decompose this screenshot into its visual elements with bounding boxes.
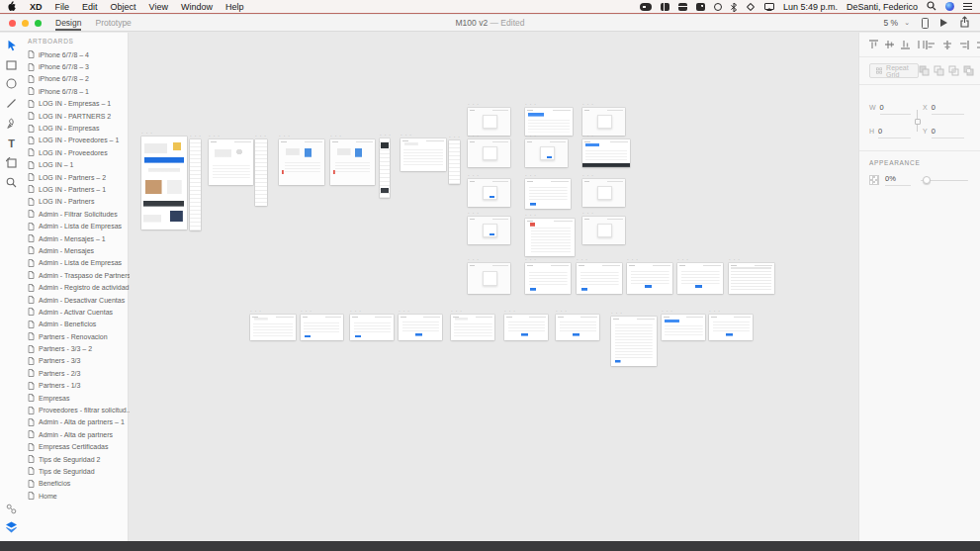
artboard-title[interactable]: · · · — [525, 257, 537, 261]
siri-icon[interactable] — [945, 2, 954, 11]
canvas-artboard[interactable] — [556, 315, 599, 340]
artboard-title[interactable]: · · · — [468, 102, 480, 106]
artboard-title[interactable]: · · · — [380, 133, 392, 137]
canvas-artboard[interactable] — [401, 138, 446, 171]
artboard-list-item[interactable]: Admin - Traspaso de Partners — [0, 269, 128, 281]
align-left-icon[interactable] — [926, 41, 935, 50]
canvas-artboard[interactable] — [468, 263, 510, 294]
canvas-artboard[interactable] — [582, 108, 625, 136]
canvas-artboard[interactable] — [525, 139, 568, 167]
canvas-artboard[interactable] — [582, 217, 625, 244]
canvas-artboard[interactable] — [729, 263, 774, 294]
canvas-artboard[interactable] — [301, 315, 343, 340]
artboard-title[interactable]: · · · — [611, 311, 623, 315]
screenshot-icon[interactable] — [696, 3, 705, 11]
canvas-artboard[interactable] — [209, 139, 253, 185]
artboard-title[interactable]: · · · — [449, 135, 461, 138]
exclude-overlap-icon[interactable] — [963, 65, 974, 77]
artboard-list-item[interactable]: iPhone 6/7/8 – 1 — [0, 85, 128, 97]
artboard-list-item[interactable]: LOG IN - Proveedores — [0, 146, 128, 158]
artboard-title[interactable]: · · · — [141, 131, 153, 135]
spotlight-search-icon[interactable] — [927, 1, 936, 13]
menu-item-xd[interactable]: XD — [30, 2, 43, 12]
artboard-title[interactable]: · · · — [468, 257, 480, 261]
artboard-title[interactable]: · · · — [729, 257, 741, 261]
canvas-artboard[interactable] — [468, 217, 510, 244]
menu-item-object[interactable]: Object — [111, 2, 136, 12]
artboard-list-item[interactable]: Admin - Lista de Empresas — [0, 257, 128, 269]
artboard-list-item[interactable]: Proveedores - filtrar solicitud... — [0, 404, 128, 415]
width-value[interactable]: 0 — [880, 103, 911, 115]
align-top-icon[interactable] — [869, 40, 878, 50]
y-value[interactable]: 0 — [932, 127, 964, 138]
artboard-list-item[interactable]: LOG IN - Proveedores – 1 — [0, 135, 128, 146]
artboard-list-item[interactable]: Partners - 3/3 — [0, 355, 128, 367]
y-field[interactable]: Y 0 — [923, 127, 964, 138]
share-icon[interactable] — [959, 14, 970, 32]
artboard-list-item[interactable]: Admin - Filtrar Solicitudes — [0, 208, 128, 220]
artboard-title[interactable]: · · · — [401, 133, 412, 137]
menu-item-view[interactable]: View — [149, 2, 168, 12]
bluetooth-icon[interactable] — [731, 3, 737, 11]
artboard-title[interactable]: · · · — [399, 309, 410, 313]
artboard-title[interactable]: · · · — [525, 173, 537, 177]
x-field[interactable]: X 0 — [923, 103, 964, 115]
artboard-title[interactable]: · · · — [582, 211, 594, 215]
canvas-artboard[interactable] — [380, 138, 390, 198]
canvas-artboard[interactable] — [399, 315, 442, 340]
tab-design[interactable]: Design — [55, 16, 81, 31]
artboard-title[interactable]: · · · — [279, 134, 291, 138]
artboard-list-item[interactable]: LOG IN - PARTNERS 2 — [0, 110, 128, 122]
height-value[interactable]: 0 — [878, 127, 911, 138]
canvas-artboard[interactable] — [449, 140, 460, 184]
artboard-title[interactable]: · · · — [577, 257, 588, 261]
artboard-list-item[interactable]: Admin - Beneficios — [0, 319, 128, 330]
canvas-artboard[interactable] — [468, 179, 510, 207]
canvas-artboard[interactable] — [250, 315, 296, 340]
artboard-title[interactable]: · · · — [468, 173, 480, 177]
artboard-list-item[interactable]: Admin - Desactivar Cuentas — [0, 294, 128, 306]
artboard-list-item[interactable]: Admin - Registro de actividad — [0, 281, 128, 293]
window-manager-icon[interactable] — [661, 3, 669, 11]
canvas-artboard[interactable] — [582, 179, 625, 207]
artboard-list-item[interactable]: Empresas Certificadas — [0, 441, 128, 453]
canvas-artboard[interactable] — [525, 219, 575, 256]
intersect-shape-icon[interactable] — [948, 65, 959, 77]
artboard-list-item[interactable]: Admin - Alta de partners – 1 — [0, 416, 128, 428]
repeat-grid-button[interactable]: Repeat Grid — [869, 63, 919, 78]
artboard-list-item[interactable]: Tips de Seguridad 2 — [0, 453, 128, 465]
artboard-list-item[interactable]: Partners - 2/3 — [0, 367, 128, 379]
canvas-artboard[interactable] — [577, 263, 622, 294]
canvas-artboard[interactable] — [525, 108, 573, 136]
airplay-icon[interactable] — [764, 3, 774, 10]
menubar-clock[interactable]: Lun 5:49 p.m. — [783, 2, 838, 12]
canvas-artboard[interactable] — [504, 315, 548, 340]
artboard-title[interactable]: · · · — [525, 134, 537, 138]
canvas-artboard[interactable] — [662, 315, 705, 340]
tab-prototype[interactable]: Prototype — [95, 16, 131, 31]
notification-center-icon[interactable] — [963, 3, 972, 10]
canvas-artboard[interactable] — [141, 137, 187, 230]
artboard-title[interactable]: · · · — [627, 257, 639, 261]
artboard-list-item[interactable]: Tips de Seguridad — [0, 465, 128, 477]
artboard-list-item[interactable]: LOG IN - Empresas — [0, 122, 128, 134]
menu-item-edit[interactable]: Edit — [82, 2, 98, 12]
add-shape-icon[interactable] — [919, 65, 930, 77]
distribute-vertical-icon[interactable] — [917, 40, 926, 50]
opacity-value[interactable]: 0% — [885, 174, 911, 186]
shield-icon[interactable] — [747, 2, 755, 10]
opacity-slider-knob[interactable] — [923, 176, 931, 184]
artboard-title[interactable]: · · · — [525, 102, 537, 106]
artboard-list-item[interactable]: LOG IN - Partners – 1 — [0, 183, 128, 195]
canvas-artboard[interactable] — [279, 139, 324, 185]
artboard-list-item[interactable]: iPhone 6/7/8 – 4 — [0, 48, 128, 60]
subtract-shape-icon[interactable] — [934, 65, 944, 77]
artboard-list-item[interactable]: Admin - Mensajes – 1 — [0, 232, 128, 244]
distribute-horizontal-icon[interactable] — [976, 41, 980, 50]
height-field[interactable]: H 0 — [869, 127, 911, 138]
artboard-title[interactable]: · · · — [330, 134, 342, 138]
canvas-artboard[interactable] — [451, 315, 494, 340]
artboard-title[interactable]: · · · — [556, 309, 568, 313]
artboard-list-item[interactable]: LOG IN - Empresas – 1 — [0, 98, 128, 110]
minimize-window-button[interactable] — [22, 20, 29, 27]
